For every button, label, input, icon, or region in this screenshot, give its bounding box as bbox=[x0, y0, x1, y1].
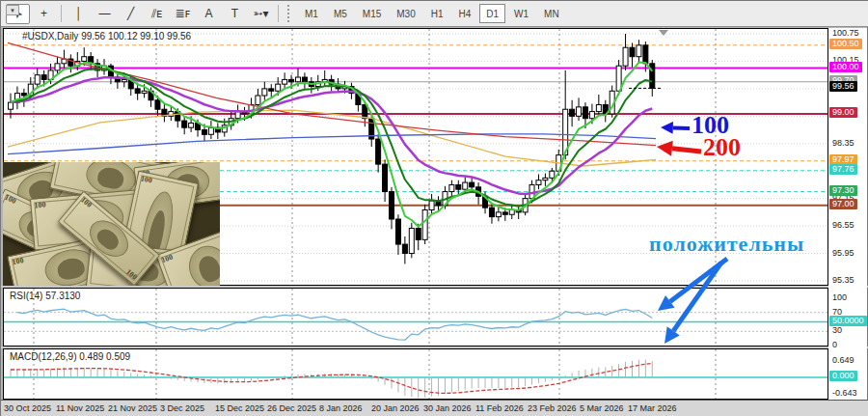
price-label-100.75: 100.75 bbox=[832, 28, 859, 38]
price-badge-99.00: 99.00 bbox=[829, 107, 857, 118]
bill-inner-frame bbox=[54, 162, 168, 208]
crosshair-tool[interactable]: + bbox=[32, 4, 56, 24]
price-label-95.95: 95.95 bbox=[832, 248, 854, 258]
bill-denomination: 100 bbox=[160, 253, 174, 265]
timeframe-H4[interactable]: H4 bbox=[452, 4, 478, 23]
money-photo: 1001001001001001001001001001001001001001… bbox=[3, 162, 220, 286]
dollar-bill: 100100 bbox=[133, 162, 220, 211]
date-label: 3 Dec 2025 bbox=[160, 403, 204, 413]
date-label: 11 Nov 2025 bbox=[56, 403, 104, 413]
bill-inner-frame bbox=[90, 245, 202, 286]
chart-shift-marker-icon[interactable] bbox=[659, 30, 668, 36]
dollar-bill: 100100 bbox=[116, 171, 199, 286]
text-tool[interactable]: A bbox=[197, 4, 221, 24]
price-badge-97.00: 97.00 bbox=[829, 199, 857, 209]
bill-denomination: 100 bbox=[140, 174, 153, 184]
date-label: 21 Nov 2025 bbox=[108, 403, 157, 413]
price-label-95.35: 95.35 bbox=[832, 275, 854, 285]
macd-label--0.643: -0.643 bbox=[832, 388, 857, 398]
bill-portrait bbox=[120, 251, 173, 286]
timeframe-M5[interactable]: M5 bbox=[327, 4, 354, 23]
dollar-bill: 100100 bbox=[30, 187, 163, 250]
macd-panel: MACD(12,26,9) 0.489 0.509 bbox=[3, 348, 828, 400]
dollar-bill: 100100 bbox=[3, 162, 100, 228]
rsi-badge-50: 50.0000 bbox=[829, 316, 867, 326]
bill-denomination: 100 bbox=[60, 250, 74, 263]
bill-denomination: 100 bbox=[94, 244, 106, 254]
timeframe-MN[interactable]: MN bbox=[537, 4, 566, 23]
date-label: 20 Jan 2026 bbox=[371, 403, 420, 413]
price-label-96.55: 96.55 bbox=[832, 220, 854, 230]
price-label-98.35: 98.35 bbox=[832, 138, 854, 148]
arrows-tool[interactable]: ➳▾ bbox=[249, 4, 273, 24]
price-scale[interactable]: 100.75100.1598.3597.1596.5595.9595.35100… bbox=[828, 28, 867, 400]
ma200-annotation: 200 bbox=[703, 133, 741, 162]
timeframe-D1[interactable]: D1 bbox=[479, 4, 505, 23]
timeframe-W1[interactable]: W1 bbox=[507, 4, 535, 23]
bill-denomination: 100 bbox=[3, 193, 17, 206]
date-label: 15 Dec 2025 bbox=[215, 403, 264, 413]
date-label: 11 Feb 2026 bbox=[475, 403, 524, 413]
timeframe-M30[interactable]: M30 bbox=[390, 4, 421, 23]
bill-denomination: 100 bbox=[12, 256, 25, 266]
fibonacci-tool[interactable]: ≣ꜰ bbox=[171, 4, 195, 24]
price-badge-100.00: 100.00 bbox=[829, 62, 862, 72]
horizontal-line-tool[interactable]: — bbox=[93, 4, 117, 24]
bill-denomination: 100 bbox=[161, 276, 175, 286]
macd-badge-0: 0.000 bbox=[829, 371, 857, 381]
macd-label-0.649: 0.649 bbox=[832, 355, 854, 365]
rsi-chart bbox=[4, 289, 827, 346]
timeframe-H1[interactable]: H1 bbox=[424, 4, 450, 23]
toolbar-separator bbox=[278, 5, 279, 22]
price-badge-100.50: 100.50 bbox=[829, 39, 862, 49]
toolbar-group-separator bbox=[287, 5, 292, 22]
bill-denomination: 100 bbox=[82, 184, 95, 196]
dollar-bill: 100100 bbox=[86, 241, 205, 286]
rsi-label-0: 0 bbox=[832, 340, 837, 349]
bill-denomination: 100 bbox=[124, 267, 139, 282]
bill-portrait bbox=[83, 162, 139, 199]
bill-portrait bbox=[13, 166, 68, 213]
vertical-line-tool[interactable]: │ bbox=[67, 4, 91, 24]
trendline-tool[interactable]: ╱ bbox=[119, 4, 143, 24]
timeframe-M1[interactable]: M1 bbox=[298, 4, 325, 23]
bill-inner-frame bbox=[121, 175, 195, 286]
toolbar: ➤+│—╱⫽ᴇ≣ꜰAT➳▾M1M5M15M30H1H4D1W1MN bbox=[1, 1, 868, 27]
bill-denomination: 100 bbox=[138, 168, 150, 179]
toolbar-separator bbox=[61, 5, 62, 22]
bill-portrait bbox=[136, 189, 179, 273]
bill-inner-frame bbox=[3, 162, 95, 223]
price-badge-97.76: 97.76 bbox=[829, 164, 857, 175]
macd-indicator-label: MACD(12,26,9) 0.489 0.509 bbox=[10, 351, 130, 362]
date-axis[interactable]: 30 Oct 202511 Nov 202521 Nov 20253 Dec 2… bbox=[1, 400, 868, 416]
date-label: 26 Dec 2025 bbox=[267, 403, 316, 413]
bill-portrait bbox=[14, 205, 64, 250]
dollar-bill: 100100 bbox=[3, 188, 91, 266]
bill-portrait bbox=[163, 163, 211, 202]
date-label: 30 Oct 2025 bbox=[4, 403, 51, 413]
equidistant-channel-tool[interactable]: ⫽ᴇ bbox=[145, 4, 169, 24]
symbol-ohlc-label: #USDX,Daily 99.56 100.12 99.10 99.56 bbox=[22, 31, 191, 42]
bill-inner-frame bbox=[3, 194, 85, 263]
bill-denomination: 100 bbox=[147, 228, 159, 237]
bill-portrait bbox=[83, 213, 135, 263]
bill-inner-frame bbox=[138, 162, 220, 208]
date-label: 5 Mar 2026 bbox=[580, 403, 624, 413]
date-label: 30 Jan 2026 bbox=[423, 403, 472, 413]
bill-denomination: 100 bbox=[79, 195, 94, 209]
bill-portrait bbox=[41, 245, 99, 286]
bill-denomination: 100 bbox=[34, 201, 46, 210]
positive-annotation-text: положительны bbox=[649, 232, 804, 257]
bill-denomination: 100 bbox=[117, 268, 130, 279]
timeframe-M15[interactable]: M15 bbox=[356, 4, 388, 23]
dollar-bill: 100100 bbox=[58, 190, 161, 286]
price-badge-97.30: 97.30 bbox=[829, 185, 857, 196]
label-tool[interactable]: T bbox=[223, 4, 247, 24]
dollar-bill: 100100 bbox=[49, 162, 173, 212]
rsi-label-30: 30 bbox=[832, 325, 842, 335]
bill-inner-frame bbox=[160, 229, 220, 286]
price-badge-99.56: 99.56 bbox=[829, 81, 857, 92]
symbol-dropdown-button[interactable]: ▼ bbox=[6, 5, 19, 15]
date-label: 23 Feb 2026 bbox=[528, 403, 577, 413]
bill-portrait bbox=[183, 240, 220, 286]
